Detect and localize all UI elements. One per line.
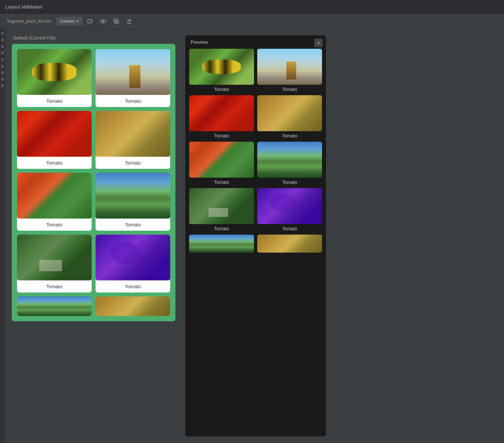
eye-icon	[100, 18, 106, 25]
card-image-purple-water	[96, 235, 170, 280]
preview-grid: Tomato Tomato Tomato Tomato Tomato	[189, 49, 322, 253]
sidebar	[0, 29, 5, 443]
plant-card: Tomato	[96, 49, 170, 107]
card-image-aerial-field	[96, 173, 170, 219]
preview-card-label: Tomato	[214, 180, 229, 185]
preview-card: Tomato	[189, 49, 254, 92]
card-label: Tomato	[96, 157, 170, 169]
preview-card-image	[257, 49, 322, 85]
svg-point-4	[102, 20, 104, 22]
preview-card: Tomato	[257, 95, 322, 138]
preview-card: Tomato	[257, 49, 322, 92]
sidebar-dot	[1, 65, 4, 67]
add-device-button[interactable]	[85, 17, 95, 26]
dropdown-label: Custom	[60, 19, 75, 24]
plant-card: Tomato	[17, 235, 92, 292]
sidebar-dot	[1, 32, 4, 35]
preview-card: Tomato	[189, 142, 254, 185]
preview-card-label: Tomato	[282, 133, 297, 138]
preview-card-partial	[189, 235, 254, 253]
chevron-down-icon: ▾	[77, 19, 79, 23]
preview-card: Tomato	[257, 188, 322, 231]
sidebar-dot	[1, 52, 4, 54]
preview-card-image	[189, 95, 254, 131]
plant-card: Tomato	[17, 49, 92, 107]
sidebar-dot	[1, 84, 4, 87]
preview-card-label: Tomato	[214, 87, 229, 92]
delete-button[interactable]	[124, 17, 135, 26]
preview-card-label: Tomato	[282, 180, 297, 185]
card-label: Tomato	[96, 219, 170, 231]
card-image-red-leaves	[17, 111, 92, 157]
plant-card: Tomato	[17, 173, 92, 231]
card-image-partial	[17, 296, 92, 316]
card-image-caterpillar	[17, 49, 92, 95]
title-bar: Layout Validation	[0, 0, 504, 14]
svg-rect-6	[114, 19, 117, 22]
main-content: Default (Current File) Tomato Tomato Tom…	[0, 29, 504, 443]
plant-card-partial	[17, 296, 92, 316]
filename-label: fragment_plant_list.xml	[5, 17, 54, 25]
svg-rect-7	[128, 20, 131, 24]
preview-card-image	[189, 49, 254, 85]
preview-card-label: Tomato	[282, 87, 297, 92]
card-image-partial	[96, 296, 170, 316]
preview-card-image	[257, 142, 322, 178]
default-panel-label: Default (Current File)	[12, 35, 175, 41]
plant-card: Tomato	[96, 235, 170, 292]
copy-icon	[113, 18, 119, 25]
card-label: Tomato	[17, 157, 92, 169]
preview-card-image	[257, 188, 322, 224]
preview-card: Tomato	[189, 188, 254, 231]
card-image-farm-aerial	[17, 235, 92, 280]
trash-icon	[126, 18, 133, 25]
preview-close-button[interactable]: ×	[314, 39, 323, 47]
preview-card-label: Tomato	[282, 226, 297, 231]
sidebar-dot	[1, 39, 4, 41]
preview-card: Tomato	[189, 95, 254, 138]
card-label: Tomato	[96, 95, 170, 107]
sidebar-dot	[1, 45, 4, 48]
preview-image-partial	[189, 235, 254, 253]
sidebar-dot	[1, 71, 4, 74]
preview-card-label: Tomato	[214, 133, 229, 138]
preview-card-label: Tomato	[214, 226, 229, 231]
card-image-telescope	[96, 49, 170, 95]
preview-card-image	[189, 188, 254, 224]
card-label: Tomato	[96, 280, 170, 292]
preview-card: Tomato	[257, 142, 322, 185]
card-label: Tomato	[17, 219, 92, 231]
custom-dropdown[interactable]: Custom ▾	[56, 17, 82, 25]
preview-title: Preview	[189, 39, 322, 45]
svg-rect-0	[88, 20, 91, 23]
plant-card: Tomato	[96, 111, 170, 169]
close-icon: ×	[317, 40, 320, 45]
card-label: Tomato	[17, 280, 92, 292]
default-panel: Default (Current File) Tomato Tomato Tom…	[12, 35, 175, 436]
card-label: Tomato	[17, 95, 92, 107]
add-device-icon	[87, 18, 93, 25]
preview-image-partial	[257, 235, 322, 253]
copy-button[interactable]	[111, 17, 121, 26]
sidebar-dot	[1, 78, 4, 80]
app-title: Layout Validation	[5, 4, 43, 9]
plant-card: Tomato	[17, 111, 92, 169]
preview-panel: Preview × Tomato Tomato Tomato Tomato	[185, 35, 326, 436]
eye-button[interactable]	[98, 17, 108, 26]
svg-rect-5	[115, 20, 118, 24]
preview-card-partial	[257, 235, 322, 253]
plant-card-partial	[96, 296, 170, 316]
preview-card-image	[257, 95, 322, 131]
sidebar-dot	[1, 58, 4, 61]
plant-card: Tomato	[96, 173, 170, 231]
card-image-brown-blur	[96, 111, 170, 157]
toolbar: fragment_plant_list.xml Custom ▾	[0, 14, 504, 29]
card-image-leaf-green	[17, 173, 92, 219]
preview-card-image	[189, 142, 254, 178]
green-container: Tomato Tomato Tomato Tomato Tomato	[12, 44, 175, 321]
